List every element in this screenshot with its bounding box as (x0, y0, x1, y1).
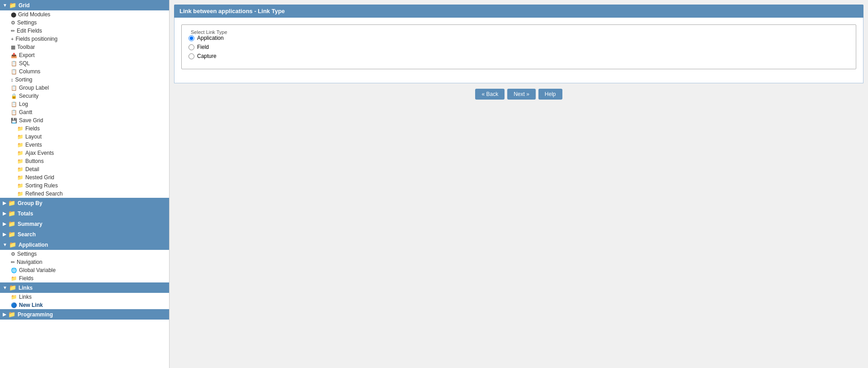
item-label-ajax-events: Ajax Events (25, 150, 54, 156)
label-opt-field[interactable]: Field (197, 44, 209, 50)
section-label-links: Links (19, 285, 33, 291)
tree-item-buttons[interactable]: 📁Buttons (0, 157, 169, 165)
item-label-app-fields: Fields (19, 275, 33, 282)
item-label-links-item: Links (19, 294, 32, 300)
item-label-app-settings: Settings (17, 251, 37, 257)
item-icon-app-fields: 📁 (11, 276, 17, 282)
help-button[interactable]: Help (538, 89, 562, 100)
item-icon-links-item: 📁 (11, 294, 17, 300)
tree-item-fields[interactable]: 📁Fields (0, 124, 169, 133)
tree-item-new-link[interactable]: 🔵New Link (0, 301, 169, 309)
item-icon-group-label: 📋 (11, 85, 17, 91)
tree-item-save-grid[interactable]: 💾Save Grid (0, 116, 169, 124)
panel-body: Select Link Type ApplicationFieldCapture (174, 18, 863, 83)
tree-item-group-label[interactable]: 📋Group Label (0, 84, 169, 92)
section-header-search[interactable]: ▶📁Search (0, 229, 169, 239)
arrow-icon-grid: ▼ (3, 3, 7, 8)
section-label-programming: Programming (18, 311, 53, 318)
section-header-application[interactable]: ▼📁Application (0, 239, 169, 250)
section-header-totals[interactable]: ▶📁Totals (0, 208, 169, 219)
radio-opt-application[interactable] (189, 35, 194, 41)
label-opt-capture[interactable]: Capture (197, 53, 217, 59)
tree-item-app-global-variable[interactable]: 🌐Global Variable (0, 266, 169, 274)
next-button[interactable]: Next » (507, 89, 536, 100)
children-application: ⚙Settings✏Navigation🌐Global Variable📁Fie… (0, 250, 169, 282)
item-icon-refined-search: 📁 (17, 191, 24, 197)
panel-header: Link between applications - Link Type (174, 5, 863, 18)
item-label-columns: Columns (19, 68, 40, 75)
folder-icon-search: 📁 (8, 231, 15, 238)
section-header-programming[interactable]: ▶📁Programming (0, 309, 169, 320)
item-label-log: Log (19, 101, 28, 107)
item-label-nested-grid: Nested Grid (25, 174, 54, 181)
section-header-grid[interactable]: ▼📁Grid (0, 0, 169, 10)
arrow-icon-totals: ▶ (3, 211, 6, 216)
main-content: Link between applications - Link Type Se… (170, 0, 868, 368)
children-grid: ⬤Grid Modules⚙Settings✏Edit Fields+Field… (0, 10, 169, 198)
tree-item-detail[interactable]: 📁Detail (0, 165, 169, 173)
tree-item-edit-fields[interactable]: ✏Edit Fields (0, 27, 169, 35)
item-icon-settings-grid: ⚙ (11, 20, 15, 26)
tree-item-app-navigation[interactable]: ✏Navigation (0, 258, 169, 266)
section-label-totals: Totals (18, 210, 33, 217)
item-label-buttons: Buttons (25, 158, 44, 164)
item-icon-events: 📁 (17, 142, 24, 148)
section-label-group-by: Group By (18, 200, 42, 206)
arrow-icon-group-by: ▶ (3, 201, 6, 206)
tree-item-events[interactable]: 📁Events (0, 141, 169, 149)
children-links: 📁Links🔵New Link (0, 293, 169, 309)
section-label-grid: Grid (19, 2, 30, 9)
label-opt-application[interactable]: Application (197, 35, 224, 41)
select-link-type-box: Select Link Type ApplicationFieldCapture (181, 24, 856, 69)
tree-item-nested-grid[interactable]: 📁Nested Grid (0, 173, 169, 182)
tree-item-sorting[interactable]: ↕Sorting (0, 76, 169, 84)
folder-icon-summary: 📁 (8, 220, 15, 227)
arrow-icon-links: ▼ (3, 285, 7, 290)
section-header-group-by[interactable]: ▶📁Group By (0, 198, 169, 208)
tree-item-export[interactable]: 📤Export (0, 51, 169, 59)
item-icon-detail: 📁 (17, 167, 24, 172)
arrow-icon-application: ▼ (3, 242, 7, 247)
tree-item-sorting-rules[interactable]: 📁Sorting Rules (0, 182, 169, 190)
arrow-icon-search: ▶ (3, 232, 6, 237)
fieldset-legend: Select Link Type (189, 29, 849, 35)
radio-group-opt-capture: Capture (189, 53, 849, 59)
tree-item-layout[interactable]: 📁Layout (0, 133, 169, 141)
item-label-detail: Detail (25, 166, 39, 172)
tree-item-ajax-events[interactable]: 📁Ajax Events (0, 149, 169, 157)
item-label-security: Security (19, 93, 38, 99)
tree-item-settings-grid[interactable]: ⚙Settings (0, 19, 169, 27)
radio-group-opt-field: Field (189, 44, 849, 50)
tree-item-security[interactable]: 🔒Security (0, 92, 169, 100)
tree-item-sql[interactable]: 📋SQL (0, 59, 169, 67)
tree-item-refined-search[interactable]: 📁Refined Search (0, 190, 169, 198)
item-label-layout: Layout (25, 134, 42, 140)
tree-item-toolbar[interactable]: ▦Toolbar (0, 43, 169, 51)
tree-item-fields-positioning[interactable]: +Fields positioning (0, 35, 169, 43)
folder-icon-totals: 📁 (8, 210, 15, 217)
tree-item-links-item[interactable]: 📁Links (0, 293, 169, 301)
item-icon-fields-positioning: + (11, 36, 14, 42)
item-icon-save-grid: 💾 (11, 118, 17, 124)
item-label-gantt: Gantt (19, 109, 32, 115)
tree-item-grid-modules[interactable]: ⬤Grid Modules (0, 10, 169, 19)
item-icon-security: 🔒 (11, 93, 17, 99)
item-icon-layout: 📁 (17, 134, 24, 140)
tree-item-app-fields[interactable]: 📁Fields (0, 274, 169, 282)
section-label-summary: Summary (18, 221, 42, 227)
item-label-app-navigation: Navigation (17, 259, 42, 265)
item-label-fields: Fields (25, 125, 40, 132)
radio-options: ApplicationFieldCapture (189, 35, 849, 59)
tree-item-gantt[interactable]: 📋Gantt (0, 108, 169, 116)
section-header-summary[interactable]: ▶📁Summary (0, 219, 169, 229)
tree-item-app-settings[interactable]: ⚙Settings (0, 250, 169, 258)
section-header-links[interactable]: ▼📁Links (0, 282, 169, 293)
radio-opt-capture[interactable] (189, 53, 194, 59)
arrow-icon-summary: ▶ (3, 221, 6, 226)
back-button[interactable]: « Back (475, 89, 505, 100)
item-label-sql: SQL (19, 60, 30, 67)
tree-item-log[interactable]: 📋Log (0, 100, 169, 108)
tree-item-columns[interactable]: 📋Columns (0, 67, 169, 76)
radio-opt-field[interactable] (189, 44, 194, 50)
item-icon-sorting: ↕ (11, 77, 14, 82)
